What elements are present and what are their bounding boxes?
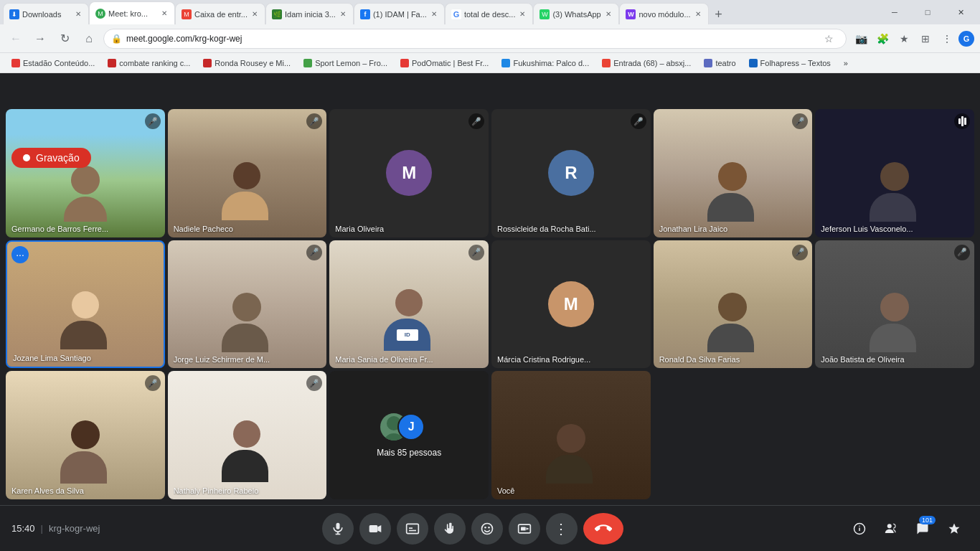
camera-button[interactable] [359,513,391,545]
bookmark-label-sportlemon: Sport Lemon – Fro... [315,59,387,67]
raise-hand-button[interactable] [434,513,466,545]
tile-mute-joao: 🎤 [954,245,970,260]
bookmark-combate[interactable]: combate ranking c... [102,55,196,71]
bookmark-favicon-gmail2 [602,59,611,67]
collections-button[interactable]: ⊞ [915,29,936,49]
meeting-separator: | [41,523,43,534]
bookmark-label-folhapress: Folhapress – Textos [760,59,831,67]
tile-voce[interactable]: Você [491,371,651,499]
tile-ronald[interactable]: 🎤 Ronald Da Silva Farias [654,240,813,369]
tile-germano[interactable]: 🎤 Germano de Barros Ferre... [6,109,165,237]
bookmark-podomatic[interactable]: PodOmatic | Best Fr... [395,55,494,71]
extensions-button[interactable]: 🧩 [872,29,892,49]
tile-more-people[interactable]: J Mais 85 pessoas [329,371,489,499]
svg-point-16 [859,525,860,527]
tile-name-voce: Você [497,486,645,495]
controls-right: 101 [845,514,969,543]
tile-jorge[interactable]: 🎤 Jorge Luiz Schirmer de M... [168,240,327,369]
svg-point-10 [488,527,490,529]
minimize-button[interactable]: ─ [878,0,911,24]
home-button[interactable]: ⌂ [79,29,99,49]
bookmark-fukushima[interactable]: Fukushima: Palco d... [496,55,595,71]
tab-favicon-facebook: f [360,9,370,19]
emoji-button[interactable] [471,513,503,545]
tab-close-google[interactable]: ✕ [518,9,527,19]
bookmark-estadao[interactable]: Estadão Conteúdo... [6,55,100,71]
tile-maria-s[interactable]: ID 🎤 Maria Sania de Oliveira Fr... [329,240,489,369]
tile-name-jozane: Jozane Lima Santiago [13,354,158,362]
captions-button[interactable] [397,513,428,545]
tile-name-jorge: Jorge Luiz Schirmer de M... [174,355,321,364]
forward-button[interactable]: → [30,29,50,49]
tile-rossicleide[interactable]: R 🎤 Rossicleide da Rocha Bati... [491,109,651,237]
tab-favicon-gmail: M [182,9,192,19]
tile-karen[interactable]: 🎤 Karen Alves da Silva [6,371,165,499]
profile-avatar[interactable]: G [958,31,974,47]
tab-facebook[interactable]: f (1) IDAM | Fa... ✕ [354,3,445,24]
tab-meet[interactable]: M Meet: kro... ✕ [89,1,175,24]
bookmark-gmail[interactable]: Entrada (68) – absxj... [596,55,697,71]
present-button[interactable] [509,513,540,545]
tab-close-idam1[interactable]: ✕ [339,9,347,19]
tile-jonathan[interactable]: 🎤 Jonathan Lira Jaico [654,109,813,237]
tile-marcia[interactable]: M Márcia Cristina Rodrigue... [491,240,651,369]
bookmark-teatro[interactable]: teatro [698,55,741,71]
back-button[interactable]: ← [6,29,26,49]
recording-badge[interactable]: Gravação [11,148,91,168]
svg-rect-3 [369,525,377,532]
bookmark-sportlemon[interactable]: Sport Lemon – Fro... [298,55,393,71]
tab-whatsapp[interactable]: W (3) WhatsApp ✕ [533,3,619,24]
tile-joao[interactable]: 🎤 João Batista de Oliveira [815,240,974,369]
tab-close-meet[interactable]: ✕ [160,9,169,18]
tab-close-downloads[interactable]: ✕ [74,9,83,19]
meeting-info: 15:40 | krg-kogr-wej [11,523,100,534]
bookmarks-bar: Estadão Conteúdo... combate ranking c...… [0,53,980,73]
close-button[interactable]: ✕ [944,0,977,24]
bookmark-star-icon[interactable]: ☆ [819,29,839,49]
bookmark-favicon-estadao [11,59,20,67]
tile-mute-germano: 🎤 [145,113,161,129]
screenshot-button[interactable]: 📷 [851,29,871,49]
end-call-button[interactable] [583,513,623,545]
tab-google[interactable]: G total de desc... ✕ [445,3,534,24]
tile-jozane[interactable]: ··· Jozane Lima Santiago [6,240,165,369]
tab-downloads[interactable]: ⬇ Downloads ✕ [3,3,89,24]
tab-close-facebook[interactable]: ✕ [430,9,438,19]
more-options-button[interactable]: ⋮ [546,513,578,545]
activities-button[interactable] [940,514,969,543]
tile-jeferson[interactable]: Jeferson Luis Vasconelo... [815,109,974,237]
tab-close-whatsapp[interactable]: ✕ [604,9,613,19]
mic-icon [331,522,345,536]
video-grid: 🎤 Germano de Barros Ferre... 🎤 Nadiele P… [0,73,980,505]
tab-gmail[interactable]: M Caixa de entr... ✕ [175,3,265,24]
tile-nadiele[interactable]: 🎤 Nadiele Pacheco [168,109,327,237]
tab-favicon-whatsapp: W [540,9,550,19]
tile-nathaly[interactable]: 🎤 Nathaly Pinheiro Rabelo [168,371,327,499]
tile-more-jozane[interactable]: ··· [11,246,29,263]
info-button[interactable] [845,514,874,543]
reload-button[interactable]: ↻ [55,29,75,49]
tab-idam1[interactable]: 🌿 Idam inicia 3... ✕ [265,3,354,24]
tile-maria-o[interactable]: M 🎤 Maria Oliveira [329,109,489,237]
svg-marker-13 [526,527,529,529]
favorites-button[interactable]: ★ [894,29,914,49]
chat-button[interactable]: 101 [908,514,937,543]
tab-close-novom[interactable]: ✕ [694,9,702,19]
settings-button[interactable]: ⋮ [937,29,957,49]
maximize-button[interactable]: □ [911,0,944,24]
new-tab-button[interactable]: + [709,4,729,24]
bookmark-favicon-combate [108,59,116,67]
url-bar[interactable]: 🔒 meet.google.com/krg-kogr-wej ☆ [103,29,847,49]
mic-button[interactable] [322,513,354,545]
tab-novom[interactable]: W novo módulo... ✕ [619,3,708,24]
bookmark-folhapress[interactable]: Folhapress – Textos [743,55,837,71]
tab-label-gmail: Caixa de entr... [194,10,248,19]
speaking-bar-2 [961,116,963,126]
bookmark-ronda[interactable]: Ronda Rousey e Mi... [197,55,296,71]
tab-close-gmail[interactable]: ✕ [250,9,259,19]
tab-label-downloads: Downloads [22,10,71,19]
tile-name-maria-o: Maria Oliveira [335,225,483,233]
bookmark-label-podomatic: PodOmatic | Best Fr... [412,59,489,67]
people-button[interactable] [877,514,905,543]
bookmark-more[interactable]: » [838,55,854,71]
